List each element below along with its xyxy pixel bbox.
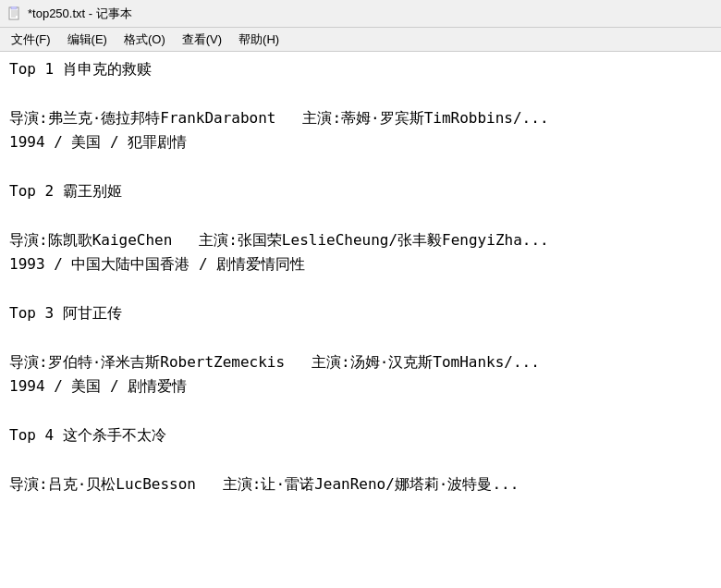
line-15 (9, 398, 712, 423)
line-3: 导演:弗兰克·德拉邦特FrankDarabont 主演:蒂姆·罗宾斯TimRob… (9, 106, 712, 130)
menu-file[interactable]: 文件(F) (4, 30, 58, 50)
menu-help[interactable]: 帮助(H) (231, 30, 287, 50)
line-13: 导演:罗伯特·泽米吉斯RobertZemeckis 主演:汤姆·汉克斯TomHa… (9, 350, 712, 374)
line-14: 1994 / 美国 / 剧情爱情 (9, 374, 712, 398)
line-2 (9, 81, 712, 105)
line-11: Top 3 阿甘正传 (9, 301, 712, 325)
line-18: 导演:吕克·贝松LucBesson 主演:让·雷诺JeanReno/娜塔莉·波特… (9, 472, 712, 496)
line-17 (9, 447, 712, 472)
line-4: 1994 / 美国 / 犯罪剧情 (9, 130, 712, 154)
title-bar: *top250.txt - 记事本 (0, 0, 721, 28)
notepad-icon (7, 6, 22, 21)
line-5 (9, 155, 712, 179)
line-1: Top 1 肖申克的救赎 (9, 57, 712, 81)
line-16: Top 4 这个杀手不太冷 (9, 423, 712, 447)
menu-format[interactable]: 格式(O) (116, 30, 173, 50)
menu-bar: 文件(F) 编辑(E) 格式(O) 查看(V) 帮助(H) (0, 28, 721, 52)
text-content-area[interactable]: Top 1 肖申克的救赎 导演:弗兰克·德拉邦特FrankDarabont 主演… (0, 52, 721, 588)
svg-rect-1 (11, 6, 17, 9)
line-7 (9, 203, 712, 227)
line-9: 1993 / 中国大陆中国香港 / 剧情爱情同性 (9, 252, 712, 276)
line-10 (9, 277, 712, 301)
line-12 (9, 325, 712, 349)
menu-view[interactable]: 查看(V) (175, 30, 229, 50)
window-title: *top250.txt - 记事本 (28, 6, 132, 22)
line-8: 导演:陈凯歌KaigeChen 主演:张国荣LeslieCheung/张丰毅Fe… (9, 228, 712, 252)
line-6: Top 2 霸王别姬 (9, 179, 712, 203)
menu-edit[interactable]: 编辑(E) (60, 30, 115, 50)
